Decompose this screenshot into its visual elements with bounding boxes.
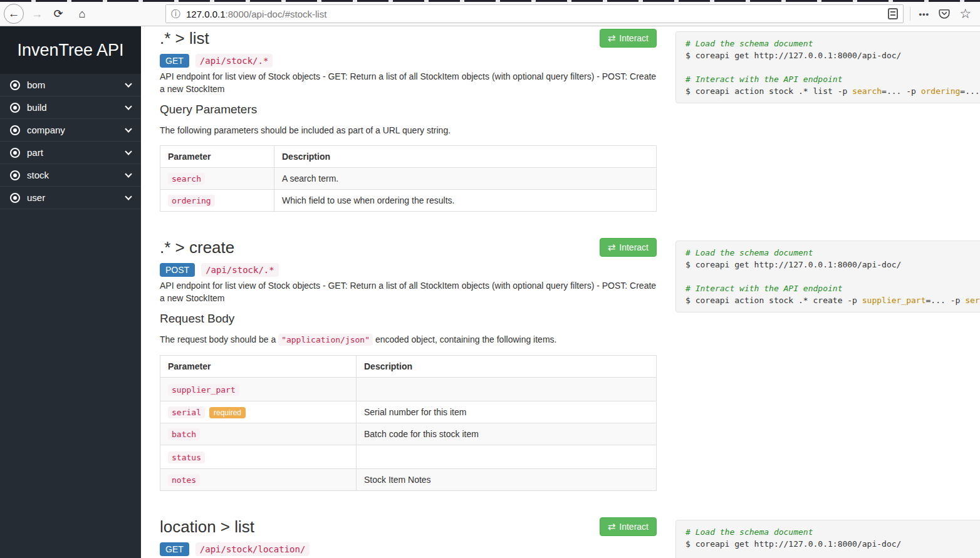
table-row: serialrequired Serial number for this it… xyxy=(160,401,657,423)
interact-label: Interact xyxy=(619,242,649,252)
chevron-down-icon xyxy=(125,125,132,132)
toolbar-separator xyxy=(910,7,910,21)
column-header: Parameter xyxy=(160,356,357,378)
bullseye-icon xyxy=(10,170,20,180)
sidebar-item-company[interactable]: company xyxy=(0,119,141,142)
swap-arrows-icon: ⇄ xyxy=(608,243,616,252)
bullseye-icon xyxy=(10,80,20,90)
swap-arrows-icon: ⇄ xyxy=(608,522,616,531)
back-button[interactable]: ← xyxy=(4,4,24,24)
interact-button[interactable]: ⇄ Interact xyxy=(600,517,657,536)
back-icon: ← xyxy=(8,7,20,21)
interact-button[interactable]: ⇄ Interact xyxy=(600,238,657,257)
param-description: Batch code for this stock item xyxy=(357,423,657,445)
interact-label: Interact xyxy=(619,522,649,532)
chevron-down-icon xyxy=(125,103,132,110)
sidebar-item-user[interactable]: user xyxy=(0,187,141,209)
interact-button[interactable]: ⇄ Interact xyxy=(600,29,657,48)
sidebar-item-label: stock xyxy=(27,170,126,180)
reader-mode-icon[interactable] xyxy=(888,8,898,19)
url-path: :8000/api-doc/#stock-list xyxy=(226,9,327,19)
refresh-button[interactable]: ⟳ xyxy=(49,4,68,23)
sidebar-item-label: company xyxy=(27,125,126,135)
forward-button[interactable]: → xyxy=(28,4,46,23)
param-name: search xyxy=(168,173,205,185)
section-title: .* > list xyxy=(160,29,209,48)
param-description xyxy=(357,378,657,401)
endpoint-section-stock-create: .* > create ⇄ Interact POST /api/stock/.… xyxy=(160,238,980,491)
table-row: notes Stock Item Notes xyxy=(160,469,657,491)
screen: ← → ⟳ ⌂ ⓘ 127.0.0.1:8000/api-doc/#stock-… xyxy=(0,0,980,558)
overflow-menu-icon[interactable]: ••• xyxy=(919,9,930,19)
endpoint-path: /api/stock/.* xyxy=(201,263,279,277)
forward-icon: → xyxy=(31,8,43,21)
bullseye-icon xyxy=(10,125,20,135)
table-row: batch Batch code for this stock item xyxy=(160,423,657,445)
table-header-row: Parameter Description xyxy=(160,356,657,378)
code-comment: # Load the schema document xyxy=(685,39,813,48)
column-header: Description xyxy=(357,356,657,378)
bookmark-star-icon[interactable]: ☆ xyxy=(959,8,971,20)
param-name: supplier_part xyxy=(168,384,239,396)
code-command: $ coreapi get http://127.0.0.1:8000/api-… xyxy=(685,51,901,60)
sidebar-item-stock[interactable]: stock xyxy=(0,164,141,187)
info-icon: ⓘ xyxy=(171,8,180,20)
code-command: $ coreapi get http://127.0.0.1:8000/api-… xyxy=(685,260,901,269)
code-comment: # Interact with the API endpoint xyxy=(685,284,842,293)
url-host: 127.0.0.1 xyxy=(186,9,226,19)
query-parameters-heading: Query Parameters xyxy=(160,103,657,116)
method-badge: GET xyxy=(160,54,189,68)
sidebar-item-part[interactable]: part xyxy=(0,142,141,164)
sidebar-item-build[interactable]: build xyxy=(0,96,141,119)
bullseye-icon xyxy=(10,148,20,158)
request-body-note: The request body should be a "applicatio… xyxy=(160,333,657,346)
code-comment: # Load the schema document xyxy=(685,527,813,537)
endpoint-section-stock-list: .* > list ⇄ Interact GET /api/stock/.* A… xyxy=(160,29,980,212)
interact-label: Interact xyxy=(619,33,649,43)
sidebar: InvenTree API bom build company part xyxy=(0,26,141,558)
param-description xyxy=(357,445,657,469)
param-description: Serial number for this item xyxy=(357,401,657,423)
endpoint-path: /api/stock/location/ xyxy=(195,542,310,556)
pocket-icon[interactable] xyxy=(938,8,951,20)
param-name: status xyxy=(168,452,205,463)
endpoint-section-location-list: location > list ⇄ Interact GET /api/stoc… xyxy=(160,517,980,558)
sidebar-item-label: user xyxy=(27,192,126,203)
bullseye-icon xyxy=(10,103,20,113)
chevron-down-icon xyxy=(125,148,132,155)
chrome-actions: ••• ☆ xyxy=(910,7,974,21)
chevron-down-icon xyxy=(125,170,132,177)
column-header: Parameter xyxy=(160,146,274,168)
param-description: A search term. xyxy=(274,168,657,190)
sidebar-item-label: bom xyxy=(27,80,126,90)
param-name: notes xyxy=(168,474,200,486)
endpoint-description: API endpoint for list view of Stock obje… xyxy=(160,279,657,304)
sidebar-item-label: part xyxy=(27,147,126,158)
code-panel: # Load the schema document $ coreapi get… xyxy=(675,240,980,313)
code-command: $ coreapi action stock .* list -p search… xyxy=(685,85,980,97)
swap-arrows-icon: ⇄ xyxy=(608,34,616,43)
section-title: .* > create xyxy=(160,238,234,257)
section-title: location > list xyxy=(160,517,254,536)
param-name: ordering xyxy=(168,195,215,207)
required-badge: required xyxy=(209,407,246,418)
url-bar[interactable]: ⓘ 127.0.0.1:8000/api-doc/#stock-list xyxy=(165,4,904,23)
request-body-heading: Request Body xyxy=(160,312,657,326)
code-comment: # Load the schema document xyxy=(685,248,813,257)
home-button[interactable]: ⌂ xyxy=(73,4,91,23)
param-description: Stock Item Notes xyxy=(357,469,657,491)
code-comment: # Interact with the API endpoint xyxy=(685,75,842,84)
params-table: Parameter Description supplier_part seri… xyxy=(160,355,657,491)
query-parameters-note: The following parameters should be inclu… xyxy=(160,124,657,137)
table-header-row: Parameter Description xyxy=(160,146,657,168)
endpoint-description: API endpoint for list view of Stock obje… xyxy=(160,70,657,95)
chevron-down-icon xyxy=(125,80,132,87)
content-type-code: "application/json" xyxy=(278,334,373,346)
code-command: $ coreapi action stock .* create -p supp… xyxy=(685,294,980,306)
home-icon: ⌂ xyxy=(79,8,86,21)
sidebar-item-bom[interactable]: bom xyxy=(0,74,141,96)
code-panel: # Load the schema document $ coreapi get… xyxy=(675,31,980,103)
method-badge: GET xyxy=(160,542,189,556)
column-header: Description xyxy=(274,146,657,168)
browser-chrome: ← → ⟳ ⌂ ⓘ 127.0.0.1:8000/api-doc/#stock-… xyxy=(0,0,980,26)
